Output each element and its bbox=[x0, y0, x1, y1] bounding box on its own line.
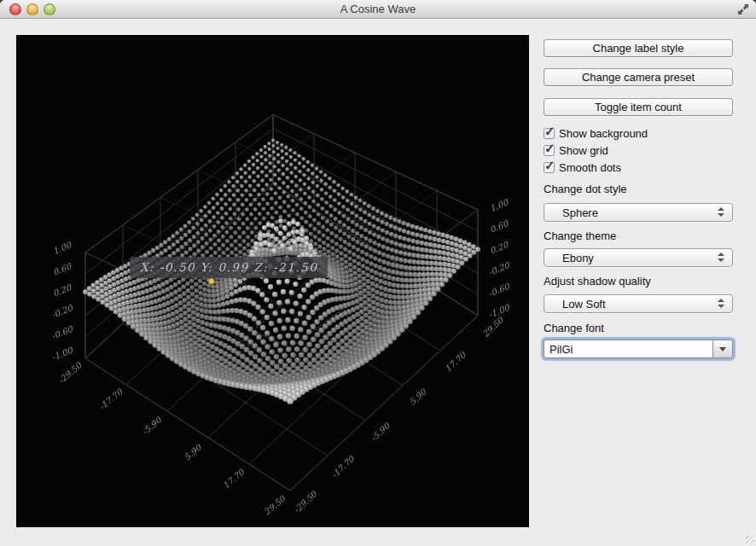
shadow-quality-label: Adjust shadow quality bbox=[544, 275, 733, 288]
checkbox-box[interactable]: ✓ bbox=[544, 128, 555, 139]
dot-style-label: Change dot style bbox=[544, 183, 733, 196]
toggle-item-count-button[interactable]: Toggle item count bbox=[544, 98, 733, 116]
title-bar[interactable]: A Cosine Wave bbox=[0, 0, 756, 19]
shadow-quality-select[interactable]: Low Soft bbox=[544, 294, 733, 313]
show-background-checkbox[interactable]: ✓ Show background bbox=[544, 125, 733, 142]
change-camera-preset-button[interactable]: Change camera preset bbox=[544, 68, 733, 86]
checkbox-box[interactable]: ✓ bbox=[544, 162, 555, 173]
check-icon: ✓ bbox=[544, 125, 555, 137]
theme-select[interactable]: Ebony bbox=[544, 248, 733, 267]
dot-style-select[interactable]: Sphere bbox=[544, 203, 733, 222]
checkbox-label: Smooth dots bbox=[559, 161, 621, 174]
fullscreen-icon[interactable] bbox=[737, 3, 749, 15]
checkbox-label: Show background bbox=[559, 127, 648, 140]
chevron-down-icon bbox=[719, 347, 726, 351]
selection-tooltip: X: -0.50 Y: 0.99 Z: -21.50 bbox=[130, 257, 328, 278]
app-window: A Cosine Wave X: -0.50 Y: 0.99 Z: -21.50… bbox=[0, 0, 756, 546]
smooth-dots-checkbox[interactable]: ✓ Smooth dots bbox=[544, 159, 733, 176]
change-label-style-button[interactable]: Change label style bbox=[544, 39, 733, 57]
check-icon: ✓ bbox=[544, 159, 555, 171]
control-panel: Change label style Change camera preset … bbox=[544, 39, 733, 358]
popup-arrows-icon bbox=[718, 253, 724, 262]
font-label: Change font bbox=[544, 322, 733, 335]
font-combobox bbox=[544, 340, 733, 358]
scatter-3d-view: X: -0.50 Y: 0.99 Z: -21.50 bbox=[16, 35, 529, 527]
font-combo-input[interactable] bbox=[544, 340, 712, 358]
popup-arrows-icon bbox=[718, 207, 724, 217]
checkbox-label: Show grid bbox=[559, 144, 608, 157]
popup-arrows-icon bbox=[718, 299, 724, 308]
font-combo-dropdown-button[interactable] bbox=[712, 340, 733, 358]
window-title: A Cosine Wave bbox=[0, 3, 756, 15]
theme-label: Change theme bbox=[544, 229, 733, 243]
checkbox-group: ✓ Show background ✓ Show grid ✓ Smooth d… bbox=[544, 125, 733, 176]
theme-value: Ebony bbox=[562, 252, 594, 264]
checkbox-box[interactable]: ✓ bbox=[544, 145, 555, 156]
shadow-quality-value: Low Soft bbox=[562, 298, 606, 311]
dot-style-value: Sphere bbox=[562, 206, 598, 219]
check-icon: ✓ bbox=[544, 142, 555, 154]
show-grid-checkbox[interactable]: ✓ Show grid bbox=[544, 142, 733, 159]
resize-grip[interactable] bbox=[746, 536, 754, 544]
scatter-canvas[interactable] bbox=[16, 35, 529, 527]
